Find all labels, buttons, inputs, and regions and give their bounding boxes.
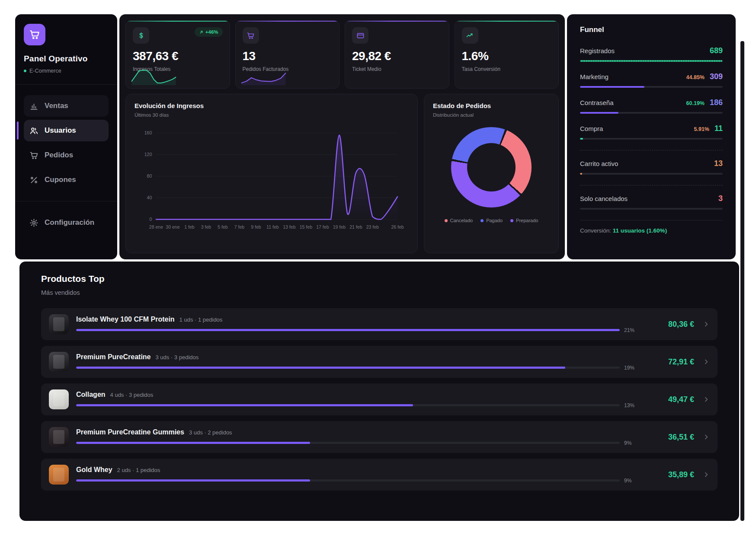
product-meta: 1 uds · 1 pedidos xyxy=(179,316,223,323)
sidebar-item-label: Ventas xyxy=(45,102,68,110)
legend-item-cancelado: Cancelado xyxy=(445,218,473,223)
stage-bar xyxy=(580,60,723,62)
stage-percent: 5.91% xyxy=(694,126,709,132)
kpi-card-pedidos: 13 Pedidos Facturados xyxy=(235,20,340,89)
status-dot xyxy=(24,70,26,72)
legend-item-preparado: Preparado xyxy=(510,218,538,223)
svg-text:160: 160 xyxy=(144,130,152,135)
divider xyxy=(15,84,117,85)
stage-bar xyxy=(580,86,723,88)
product-image xyxy=(49,389,69,409)
stage-label: Carrito activo xyxy=(580,160,714,167)
conversion-label: Conversión: xyxy=(580,227,611,234)
svg-text:3 feb: 3 feb xyxy=(201,224,211,230)
order-status-donut xyxy=(451,127,532,207)
stage-percent: 44.85% xyxy=(686,74,705,80)
arrow-up-right-icon xyxy=(199,30,204,35)
product-name: Premium PureCreatine xyxy=(76,353,151,361)
svg-text:7 feb: 7 feb xyxy=(234,224,245,230)
product-meta: 4 uds · 3 pedidos xyxy=(110,392,154,398)
chevron-right-icon[interactable] xyxy=(703,396,710,403)
dashed-divider xyxy=(580,185,723,185)
stage-bar xyxy=(580,112,723,114)
product-list: Isolate Whey 100 CFM Protein 1 uds · 1 p… xyxy=(41,308,718,491)
chart-title: Estado de Pedidos xyxy=(433,102,550,109)
product-revenue: 49,47 € xyxy=(647,395,694,404)
svg-text:23 feb: 23 feb xyxy=(366,224,379,230)
store-status: E-Commerce xyxy=(24,68,109,74)
stage-percent: 60.19% xyxy=(686,100,705,106)
product-row-collagen[interactable]: Collagen 4 uds · 3 pedidos 13% 49,47 € xyxy=(41,383,718,415)
dashed-divider xyxy=(580,150,723,150)
product-row-purecreatine[interactable]: Premium PureCreatine 3 uds · 3 pedidos 1… xyxy=(41,346,718,378)
svg-text:21 feb: 21 feb xyxy=(349,224,362,230)
legend-dot xyxy=(445,219,448,222)
product-image xyxy=(49,352,69,372)
section-subtitle: Más vendidos xyxy=(41,289,718,296)
product-meta: 3 uds · 2 pedidos xyxy=(189,429,232,436)
kpi-value: 1.6% xyxy=(462,49,552,63)
svg-text:13 feb: 13 feb xyxy=(283,224,295,230)
card-accent-line xyxy=(455,21,559,22)
sidebar-item-label: Usuarios xyxy=(45,126,76,135)
product-row-gold-whey[interactable]: Gold Whey 2 uds · 1 pedidos 9% 35,89 € xyxy=(41,459,718,491)
card-accent-line xyxy=(236,21,340,22)
stage-bar xyxy=(580,208,723,210)
stage-value: 186 xyxy=(710,98,723,107)
product-row-gummies[interactable]: Premium PureCreatine Gummies 3 uds · 2 p… xyxy=(41,421,718,453)
sidebar-item-usuarios[interactable]: Usuarios xyxy=(24,120,109,141)
product-name: Premium PureCreatine Gummies xyxy=(76,428,184,436)
sidebar-item-label: Cupones xyxy=(45,175,76,184)
percent-icon xyxy=(29,175,38,185)
product-share: 21% xyxy=(624,327,641,333)
svg-text:5 feb: 5 feb xyxy=(218,224,228,230)
top-products-panel: Productos Top Más vendidos Isolate Whey … xyxy=(19,262,739,521)
funnel-stage-carrito: Carrito activo 13 xyxy=(580,159,723,175)
donut-hole xyxy=(467,143,516,191)
chevron-right-icon[interactable] xyxy=(703,471,710,478)
product-share-bar xyxy=(76,367,620,369)
app-logo xyxy=(24,24,45,45)
product-revenue: 36,51 € xyxy=(647,433,694,442)
svg-text:17 feb: 17 feb xyxy=(316,224,329,230)
kpi-value: 387,63 € xyxy=(133,49,223,63)
kpi-value: 29,82 € xyxy=(352,49,442,63)
main-dashboard: +46% 387,63 € Ingresos Totales 13 Pedido… xyxy=(119,14,565,259)
sidebar-item-pedidos[interactable]: Pedidos xyxy=(24,144,109,166)
donut-legend: Cancelado Pagado Preparado xyxy=(433,218,550,223)
growth-badge: +46% xyxy=(195,27,223,37)
product-image xyxy=(49,314,69,334)
sidebar-item-label: Configuración xyxy=(45,218,94,227)
product-image xyxy=(49,465,69,485)
product-meta: 2 uds · 1 pedidos xyxy=(117,467,160,473)
trend-up-icon xyxy=(462,27,478,44)
funnel-stage-contrasena: Contraseña 60.19% 186 xyxy=(580,98,723,114)
chevron-right-icon[interactable] xyxy=(703,358,710,365)
bar-chart-icon xyxy=(29,102,38,111)
sidebar-item-configuracion[interactable]: Configuración xyxy=(24,212,109,233)
svg-text:120: 120 xyxy=(144,152,152,157)
credit-card-icon xyxy=(352,27,368,44)
legend-dot xyxy=(510,219,513,222)
chart-title: Evolución de Ingresos xyxy=(135,102,409,109)
chevron-right-icon[interactable] xyxy=(703,321,710,328)
sidebar-item-ventas[interactable]: Ventas xyxy=(24,95,109,117)
chevron-right-icon[interactable] xyxy=(703,434,710,440)
svg-text:28 ene: 28 ene xyxy=(149,224,163,230)
legend-label: Cancelado xyxy=(450,218,473,223)
background-window-edge xyxy=(740,41,744,521)
product-revenue: 72,91 € xyxy=(647,357,694,367)
conversion-summary: Conversión: 11 usuarios (1.60%) xyxy=(580,227,723,234)
svg-text:19 feb: 19 feb xyxy=(333,224,346,230)
svg-text:80: 80 xyxy=(147,173,152,179)
kpi-label: Tasa Conversión xyxy=(462,66,552,72)
sparkline-chart xyxy=(241,67,286,86)
stage-bar xyxy=(580,138,723,140)
svg-text:15 feb: 15 feb xyxy=(300,224,312,230)
stage-label: Compra xyxy=(580,125,694,132)
product-row-isolate-whey[interactable]: Isolate Whey 100 CFM Protein 1 uds · 1 p… xyxy=(41,308,718,340)
svg-text:9 feb: 9 feb xyxy=(251,224,261,230)
sidebar-item-cupones[interactable]: Cupones xyxy=(24,169,109,191)
cart-icon xyxy=(243,27,259,44)
revenue-line-chart: 0408012016028 ene30 ene1 feb3 feb5 feb7 … xyxy=(135,122,409,242)
